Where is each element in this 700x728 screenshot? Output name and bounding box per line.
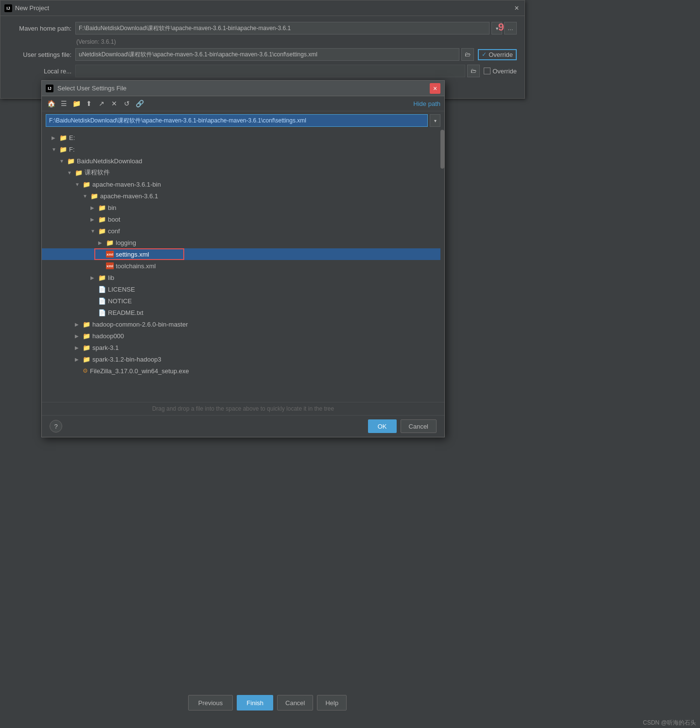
tree-item-boot[interactable]: ▶ 📁 boot bbox=[42, 213, 444, 225]
user-settings-label: User settings file: bbox=[8, 51, 71, 58]
folder-f-icon: 📁 bbox=[59, 146, 67, 153]
tree-item-hadoop-common[interactable]: ▶ 📁 hadoop-common-2.6.0-bin-master bbox=[42, 318, 444, 330]
cancel-button[interactable]: Cancel bbox=[277, 695, 313, 711]
tree-item-baidu[interactable]: ▼ 📁 BaiduNetdiskDownload bbox=[42, 155, 444, 167]
toolbar-new-folder-icon[interactable]: 📁 bbox=[71, 98, 82, 109]
tree-item-course-software[interactable]: ▼ 📁 课程软件 bbox=[42, 167, 444, 178]
tree-label-hadoop000: hadoop000 bbox=[92, 332, 124, 340]
tree-item-hadoop000[interactable]: ▶ 📁 hadoop000 bbox=[42, 330, 444, 342]
file-dialog-ok-button[interactable]: OK bbox=[368, 419, 397, 433]
folder-hadoop-common-icon: 📁 bbox=[83, 321, 90, 328]
window-title: New Project bbox=[15, 4, 49, 12]
expand-boot-icon: ▶ bbox=[90, 217, 96, 222]
local-repo-input[interactable] bbox=[75, 65, 465, 77]
tree-item-notice[interactable]: 📄 NOTICE bbox=[42, 295, 444, 307]
tree-item-spark-3-1-2[interactable]: ▶ 📁 spark-3.1.2-bin-hadoop3 bbox=[42, 353, 444, 365]
override-unchecked-row: Override bbox=[484, 68, 517, 75]
tree-item-bin[interactable]: ▶ 📁 bin bbox=[42, 202, 444, 213]
toolbar-delete-icon[interactable]: ✕ bbox=[109, 98, 120, 109]
previous-button[interactable]: Previous bbox=[188, 695, 233, 711]
folder-spark312-icon: 📁 bbox=[83, 356, 90, 363]
tree-item-conf[interactable]: ▼ 📁 conf bbox=[42, 225, 444, 237]
folder-baidu-icon: 📁 bbox=[67, 157, 75, 165]
finish-button[interactable]: Finish bbox=[237, 695, 273, 711]
toolbar-home-icon[interactable]: 🏠 bbox=[46, 98, 56, 109]
tree-label-f-drive: F: bbox=[69, 146, 75, 153]
user-settings-row: User settings file: 🗁 ✓ Override bbox=[8, 48, 517, 61]
override-unchecked-checkbox[interactable] bbox=[484, 68, 490, 74]
tree-item-apache-maven[interactable]: ▼ 📁 apache-maven-3.6.1 bbox=[42, 190, 444, 202]
toolbar-list-icon[interactable]: ☰ bbox=[58, 98, 69, 109]
expand-e-icon: ▶ bbox=[52, 135, 57, 140]
version-text: (Version: 3.6.1) bbox=[76, 38, 517, 45]
dialog-button-group: OK Cancel bbox=[368, 419, 437, 433]
tree-item-e-drive[interactable]: ▶ 📁 E: bbox=[42, 132, 444, 143]
tree-label-conf: conf bbox=[108, 227, 120, 235]
folder-course-icon: 📁 bbox=[75, 169, 83, 176]
toolbar-refresh-icon[interactable]: ↺ bbox=[122, 98, 132, 109]
tree-item-toolchains-xml[interactable]: xml toolchains.xml bbox=[42, 260, 444, 272]
file-license-icon: 📄 bbox=[98, 286, 106, 293]
scrollbar-thumb[interactable] bbox=[440, 130, 444, 169]
file-dialog-cancel-button[interactable]: Cancel bbox=[401, 419, 437, 433]
tree-label-settings-xml: settings.xml bbox=[116, 251, 149, 258]
expand-hadoop-common-icon: ▶ bbox=[75, 322, 81, 327]
expand-apache-maven-icon: ▼ bbox=[83, 193, 88, 199]
file-readme-icon: 📄 bbox=[98, 309, 106, 316]
file-tree-container: ▶ 📁 E: ▼ 📁 F: ▼ 📁 BaiduNetdiskDownload ▼… bbox=[42, 130, 444, 402]
tree-item-license[interactable]: 📄 LICENSE bbox=[42, 283, 444, 295]
titlebar-left: IJ New Project bbox=[4, 4, 49, 12]
file-toolbar: 🏠 ☰ 📁 ⬆ ↗ ✕ ↺ 🔗 Hide path bbox=[42, 96, 444, 111]
maven-path-browse-btn[interactable]: … bbox=[504, 22, 517, 35]
local-repo-row: Local re... 🗁 Override bbox=[8, 65, 517, 77]
window-close-button[interactable]: × bbox=[513, 4, 521, 12]
outer-bottom-bar: Previous Finish Cancel Help bbox=[0, 691, 535, 714]
file-dialog-titlebar: IJ Select User Settings File × bbox=[42, 81, 444, 96]
toolbar-link-icon[interactable]: 🔗 bbox=[134, 98, 145, 109]
tree-item-logging[interactable]: ▶ 📁 logging bbox=[42, 237, 444, 248]
tree-label-readme: README.txt bbox=[108, 309, 143, 316]
tree-label-bin: bin bbox=[108, 204, 116, 211]
csdn-watermark: CSDN @听海的石头 bbox=[643, 719, 696, 727]
folder-conf-icon: 📁 bbox=[98, 227, 106, 235]
user-settings-input-group: 🗁 bbox=[75, 48, 474, 61]
tree-label-logging: logging bbox=[116, 239, 136, 246]
help-button[interactable]: Help bbox=[317, 695, 347, 711]
maven-path-row: Maven home path: ▾ … 9 bbox=[8, 22, 517, 35]
tree-item-apache-bin[interactable]: ▼ 📁 apache-maven-3.6.1-bin bbox=[42, 178, 444, 190]
hide-path-link[interactable]: Hide path bbox=[413, 100, 440, 107]
folder-bin-icon: 📁 bbox=[98, 204, 106, 211]
xml-settings-icon: xml bbox=[106, 251, 114, 258]
file-dialog-title-text: Select User Settings File bbox=[57, 85, 126, 92]
file-dialog-help-button[interactable]: ? bbox=[50, 420, 62, 433]
folder-apache-maven-icon: 📁 bbox=[90, 192, 98, 200]
tree-item-settings-xml[interactable]: xml settings.xml 10 bbox=[42, 248, 444, 260]
user-settings-input[interactable] bbox=[75, 48, 459, 61]
maven-path-input[interactable] bbox=[75, 22, 490, 35]
path-dropdown-button[interactable]: ▾ bbox=[430, 114, 440, 127]
file-notice-icon: 📄 bbox=[98, 297, 106, 305]
local-repo-browse-btn[interactable]: 🗁 bbox=[467, 65, 480, 77]
expand-apache-bin-icon: ▼ bbox=[75, 182, 81, 187]
file-dialog-close-button[interactable]: × bbox=[430, 83, 440, 94]
tree-label-license: LICENSE bbox=[108, 286, 135, 293]
maven-path-input-group: ▾ … bbox=[75, 22, 517, 35]
user-settings-browse-btn[interactable]: 🗁 bbox=[461, 48, 474, 61]
tree-item-f-drive[interactable]: ▼ 📁 F: bbox=[42, 143, 444, 155]
file-tree: ▶ 📁 E: ▼ 📁 F: ▼ 📁 BaiduNetdiskDownload ▼… bbox=[42, 130, 444, 402]
folder-lib-icon: 📁 bbox=[98, 274, 106, 281]
tree-item-filezilla[interactable]: ⚙ FileZilla_3.17.0.0_win64_setup.exe bbox=[42, 365, 444, 377]
toolbar-expand-icon[interactable]: ↗ bbox=[96, 98, 107, 109]
override-checked-label: Override bbox=[489, 51, 513, 58]
local-repo-label: Local re... bbox=[8, 68, 71, 75]
tree-item-readme[interactable]: 📄 README.txt bbox=[42, 307, 444, 318]
expand-hadoop000-icon: ▶ bbox=[75, 333, 81, 339]
expand-f-icon: ▼ bbox=[52, 147, 57, 152]
maven-path-label: Maven home path: bbox=[8, 25, 71, 32]
path-input[interactable] bbox=[46, 114, 428, 127]
drag-hint: Drag and drop a file into the space abov… bbox=[42, 402, 444, 415]
override-checkmark-icon: ✓ bbox=[482, 51, 487, 58]
toolbar-up-folder-icon[interactable]: ⬆ bbox=[84, 98, 94, 109]
tree-item-lib[interactable]: ▶ 📁 lib bbox=[42, 272, 444, 283]
tree-item-spark-3[interactable]: ▶ 📁 spark-3.1 bbox=[42, 342, 444, 353]
